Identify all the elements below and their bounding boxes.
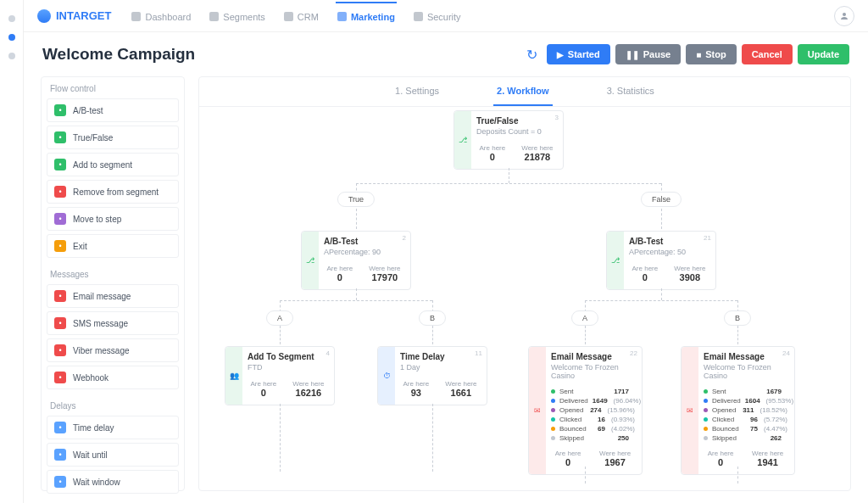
rail-icon[interactable] <box>8 15 15 22</box>
tool-webhook[interactable]: •Webhook <box>47 366 179 389</box>
messages-section-label: Messages <box>42 263 184 284</box>
nav-item-segments[interactable]: Segments <box>208 2 267 31</box>
metric-row: Delivered1649(96.04%) <box>551 396 635 405</box>
metric-row: Clicked16(0.93%) <box>551 415 635 424</box>
tool-sms[interactable]: •SMS message <box>47 311 179 335</box>
metric-dot-icon <box>551 408 555 412</box>
subheader: Welcome Campaign ↻ ▶Started ❚❚Pause ■Sto… <box>24 32 868 76</box>
nav-label: Segments <box>223 12 265 22</box>
stop-button[interactable]: ■Stop <box>686 44 737 64</box>
node-email_b[interactable]: ✉24Email MessageWelcome To Frozen Casino… <box>681 346 795 475</box>
tool-movestep[interactable]: •Move to step <box>47 207 179 231</box>
pill-b-left: B <box>419 310 446 326</box>
started-button[interactable]: ▶Started <box>547 44 610 64</box>
metric-row: Bounced69(4.02%) <box>551 424 635 433</box>
metric-row: Sent1679 <box>704 387 787 396</box>
tool-email[interactable]: •Email message <box>47 284 179 308</box>
tool-abtest[interactable]: •A/B-test <box>47 98 179 122</box>
node-ab_left[interactable]: ⎇2A/B-TestAPercentage: 90Are here0Were h… <box>301 231 411 290</box>
addseg-icon: • <box>54 159 66 170</box>
tool-label: A/B-test <box>73 106 103 115</box>
node-email_a[interactable]: ✉22Email MessageWelcome To Frozen Casino… <box>528 346 643 475</box>
metric-row: Opened274(15.96%) <box>551 405 635 415</box>
pill-a-left: A <box>266 310 293 326</box>
metric-name: Delivered <box>559 397 588 405</box>
refresh-button[interactable]: ↻ <box>523 45 542 64</box>
truefalse-icon: • <box>54 131 66 143</box>
stat-value: 93 <box>403 388 430 398</box>
stat-value: 3908 <box>674 272 705 282</box>
tool-label: Remove from segment <box>73 187 159 197</box>
node-subtitle: FTD <box>248 363 327 372</box>
node-ab_right[interactable]: ⎇21A/B-TestAPercentage: 50Are here0Were … <box>606 231 716 290</box>
stat-label: Were here <box>752 450 783 457</box>
tool-waituntil[interactable]: •Wait until <box>47 443 179 467</box>
node-strip-icon: ⎇ <box>607 232 624 289</box>
node-delay[interactable]: ⏱11Time Delay1 DayAre here93Were here166… <box>377 346 487 405</box>
nav-item-dashboard[interactable]: Dashboard <box>130 2 192 31</box>
stat-value: 16216 <box>292 388 324 398</box>
tool-label: Webhook <box>73 373 108 383</box>
metric-value: 75 <box>750 425 758 433</box>
stat-label: Are here <box>251 380 277 388</box>
tool-truefalse[interactable]: •True/False <box>47 126 179 149</box>
node-id: 11 <box>475 349 482 357</box>
node-strip-icon: ✉ <box>682 347 698 474</box>
waitwindow-icon: • <box>54 476 66 488</box>
metric-value: 1679 <box>766 388 782 395</box>
node-title: A/B-Test <box>324 237 403 246</box>
pill-false: False <box>641 192 682 207</box>
tool-exit[interactable]: •Exit <box>47 234 179 258</box>
node-id: 2 <box>403 234 406 242</box>
stat-value: 1941 <box>752 457 783 467</box>
metric-value: 96 <box>750 416 758 423</box>
tool-waitwindow[interactable]: •Wait window <box>47 470 179 494</box>
avatar[interactable] <box>834 6 854 26</box>
tab-statistics[interactable]: 3. Statistics <box>604 77 658 106</box>
nav-item-crm[interactable]: CRM <box>282 2 320 31</box>
tool-label: Add to segment <box>73 160 132 170</box>
sms-icon: • <box>54 317 66 329</box>
rail-icon[interactable] <box>8 53 15 59</box>
metric-name: Skipped <box>559 434 584 442</box>
stat-label: Were here <box>599 450 631 457</box>
metric-dot-icon <box>551 389 555 394</box>
stat-label: Were here <box>292 380 324 388</box>
metric-name: Clicked <box>712 416 734 423</box>
pause-button[interactable]: ❚❚Pause <box>615 44 681 64</box>
node-addseg[interactable]: 👥4Add To SegmentFTDAre here0Were here162… <box>225 346 335 405</box>
cancel-button[interactable]: Cancel <box>742 44 793 64</box>
tool-timedelay[interactable]: •Time delay <box>47 416 179 439</box>
stat-label: Were here <box>521 144 553 152</box>
tool-palette: Flow control •A/B-test•True/False•Add to… <box>41 76 185 491</box>
metric-row: Opened311(18.52%) <box>704 405 787 415</box>
nav-item-security[interactable]: Security <box>412 2 463 31</box>
metric-name: Sent <box>559 388 573 395</box>
workflow-card: 1. Settings2. Workflow3. Statistics ⎇3Tr… <box>198 76 851 491</box>
tab-settings[interactable]: 1. Settings <box>392 77 442 106</box>
tool-viber[interactable]: •Viber message <box>47 338 179 362</box>
pill-b-right: B <box>724 310 751 326</box>
metric-pct: (96.04%) <box>614 397 641 405</box>
rail-icon-active[interactable] <box>8 34 15 41</box>
play-icon: ▶ <box>557 50 564 59</box>
update-button[interactable]: Update <box>798 44 849 64</box>
tool-label: SMS message <box>73 319 128 328</box>
tab-workflow[interactable]: 2. Workflow <box>493 77 553 106</box>
node-strip-icon: ✉ <box>529 347 546 474</box>
node-id: 3 <box>555 114 559 121</box>
tool-addseg[interactable]: •Add to segment <box>47 153 179 176</box>
tool-label: Move to step <box>73 215 121 224</box>
metric-dot-icon <box>704 427 708 431</box>
node-strip-icon: ⎇ <box>454 111 471 169</box>
metric-pct: (95.53%) <box>766 397 793 405</box>
metric-pct: (4.47%) <box>764 425 787 433</box>
logo[interactable]: INTARGET <box>37 9 111 23</box>
metric-dot-icon <box>704 389 708 394</box>
pill-a-right: A <box>571 310 598 326</box>
nav-item-marketing[interactable]: Marketing <box>336 2 397 31</box>
nav-label: Security <box>427 12 461 22</box>
workflow-canvas[interactable]: ⎇3True/FalseDeposits Count = 0Are here0W… <box>199 107 850 490</box>
tool-remseg[interactable]: •Remove from segment <box>47 180 179 204</box>
node-root[interactable]: ⎇3True/FalseDeposits Count = 0Are here0W… <box>453 110 564 170</box>
